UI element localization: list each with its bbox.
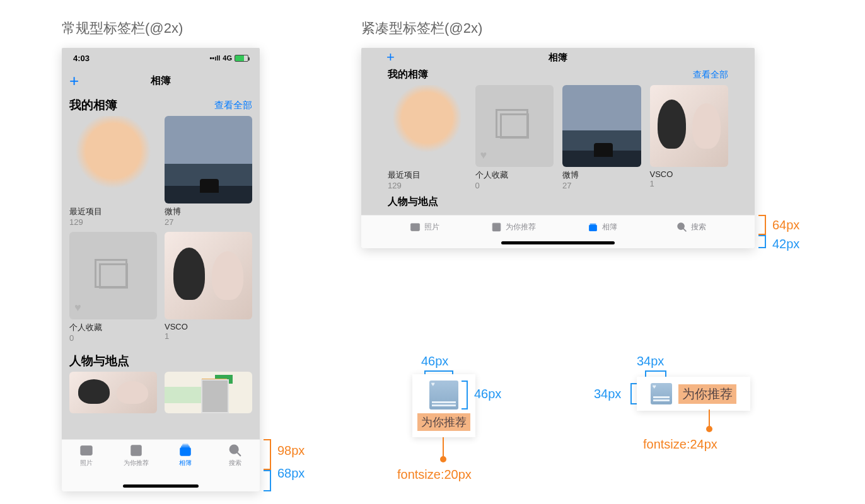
thumb-recent [388,85,467,167]
title-regular: 常规型标签栏(@2x) [62,19,183,38]
photos-icon [79,444,94,457]
meas-reg-homebar: 68px [277,466,305,481]
thumb-places [165,372,252,413]
album-count: 1 [165,331,252,341]
foryou-icon [429,381,458,410]
album-recent[interactable]: 最近项目 129 [388,85,467,190]
section-head-my-albums: 我的相簿 查看全部 [62,93,260,116]
bracket-cmp-icon-w [645,370,666,377]
album-row: 最近项目 129 ♥ 个人收藏 0 微博 27 VSCO 1 [361,83,755,194]
home-indicator[interactable] [501,241,615,244]
tab-albums[interactable]: 相簿 [161,440,211,491]
network-label: 4G [223,54,232,62]
add-button[interactable]: + [386,50,395,64]
album-count: 27 [562,181,641,190]
meas-cmp-tabbar: 64px [772,218,799,232]
svg-rect-4 [132,454,137,455]
album-weibo[interactable]: 微博 27 [165,116,252,227]
svg-line-9 [237,452,241,456]
tab-search[interactable]: 搜索 [211,440,260,491]
album-vsco[interactable]: VSCO 1 [165,232,252,343]
tab-label: 搜索 [691,222,706,232]
photos-icon [410,222,421,232]
tab-photos[interactable]: 照片 [62,440,112,491]
home-indicator[interactable] [123,484,199,488]
svg-point-11 [413,226,415,227]
tab-label: 相簿 [602,222,617,232]
album-recent[interactable]: 最近项目 129 [69,116,157,227]
specimen-label: 为你推荐 [417,413,470,431]
meas-cmp-icon-w: 34px [637,354,664,369]
albums-icon [588,222,598,232]
albums-icon [178,444,193,457]
svg-line-17 [683,229,686,231]
bracket-cmp-tabbar [758,215,766,235]
album-places[interactable] [165,372,252,413]
svg-point-1 [84,448,86,450]
meas-cmp-homebar: 42px [772,237,799,251]
tab-foryou[interactable]: 为你推荐 [112,440,161,491]
album-name: 最近项目 [388,169,467,181]
specimen-compact: 为你推荐 [637,377,750,411]
line-cmp [709,410,710,427]
meas-cmp-icon-h: 34px [594,387,621,401]
foryou-icon [129,444,144,457]
title-compact: 紧凑型标签栏(@2x) [361,19,482,38]
people-places-cut: 人物与地点 [361,194,755,210]
album-name: 微博 [562,169,641,181]
tab-photos[interactable]: 照片 [380,215,469,248]
tab-label: 搜索 [229,459,241,467]
meas-reg-icon-w: 46px [421,354,448,369]
status-bar: 4:03 ••ıll 4G [62,48,260,68]
foryou-icon [651,383,672,404]
line-reg [443,437,444,457]
svg-rect-13 [494,229,499,229]
album-count: 129 [69,217,157,227]
tab-label: 为你推荐 [124,459,149,467]
people-places-heading: 人物与地点 [69,353,129,369]
foryou-icon [491,222,502,232]
my-albums-heading: 我的相簿 [388,68,428,81]
meas-reg-icon-h: 46px [474,387,501,401]
status-time: 4:03 [73,54,90,63]
bracket-cmp-icon-h [630,383,637,404]
svg-rect-12 [492,223,501,231]
nav-title: 相簿 [151,74,171,88]
album-vsco[interactable]: VSCO 1 [650,85,729,190]
svg-rect-15 [590,224,596,225]
search-icon [228,444,243,457]
tab-label: 为你推荐 [506,222,536,232]
tab-label: 相簿 [179,459,192,467]
album-people[interactable] [69,372,157,413]
album-count: 0 [69,333,157,343]
album-favorites[interactable]: ♥ 个人收藏 0 [69,232,157,343]
thumb-weibo [165,116,252,203]
search-icon [676,222,687,232]
nav-bar: + 相簿 [62,68,260,93]
view-all-link[interactable]: 查看全部 [214,100,252,112]
thumb-recent [69,116,157,203]
add-button[interactable]: + [69,72,79,89]
phone-compact: + 相簿 我的相簿 查看全部 最近项目 129 ♥ 个人收藏 0 微博 27 V… [361,48,755,248]
album-name: VSCO [165,322,252,331]
album-count: 129 [388,181,467,190]
tab-bar-regular: 照片 为你推荐 相簿 搜索 [62,439,260,491]
album-count: 0 [475,181,554,190]
signal-icon: ••ıll [209,54,220,62]
album-count: 27 [165,217,252,227]
my-albums-heading: 我的相簿 [69,97,117,113]
thumb-fav: ♥ [69,232,157,319]
nav-title: 相簿 [549,52,567,64]
svg-rect-7 [183,444,189,446]
tab-label: 照片 [424,222,439,232]
svg-rect-3 [132,452,139,454]
album-favorites[interactable]: ♥ 个人收藏 0 [475,85,554,190]
album-name: 最近项目 [69,206,157,217]
view-all-link[interactable]: 查看全部 [693,69,728,81]
phone-regular: 4:03 ••ıll 4G + 相簿 我的相簿 查看全部 最近项目 129 微博… [62,48,260,491]
album-name: 个人收藏 [69,322,157,333]
album-name: 微博 [165,206,252,217]
bracket-reg-icon-h [462,381,468,410]
tab-search[interactable]: 搜索 [647,215,736,248]
album-weibo[interactable]: 微博 27 [562,85,641,190]
